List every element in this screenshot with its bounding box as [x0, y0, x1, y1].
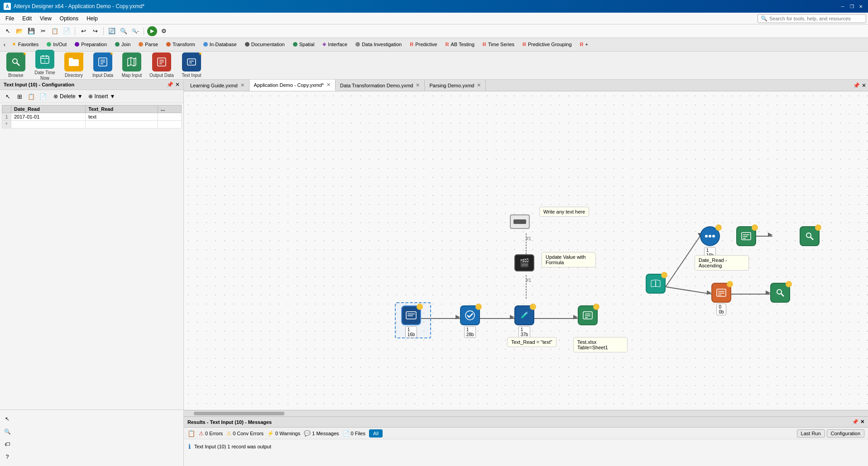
- menu-bar: File Edit View Options Help 🔍: [0, 13, 868, 24]
- node-filter1[interactable]: ⚡ 128b: [460, 305, 480, 338]
- lp-tool-select[interactable]: ↖: [3, 91, 13, 101]
- cell-textread-1[interactable]: text: [86, 113, 158, 121]
- search-input[interactable]: [769, 16, 863, 21]
- node-textwidget[interactable]: [510, 214, 530, 229]
- sidebar-help-icon[interactable]: ?: [2, 452, 13, 462]
- sidebar-tag-icon[interactable]: 🏷: [2, 439, 13, 450]
- tab-timeseries[interactable]: R Time Series: [479, 38, 518, 51]
- lp-tool-paste[interactable]: 📄: [38, 91, 48, 101]
- tab-join[interactable]: Join: [111, 38, 134, 51]
- cell-dateread-1[interactable]: 2017-01-01: [11, 113, 86, 121]
- tool-outputdata[interactable]: Output Data: [149, 52, 174, 78]
- tab-parsing[interactable]: Parsing Demo.yxmd ✕: [425, 80, 486, 91]
- openbook-lightning-icon: ⚡: [661, 272, 667, 278]
- toolbar-paste[interactable]: 📄: [62, 26, 72, 36]
- tab-preparation[interactable]: Preparation: [71, 38, 110, 51]
- tab-add[interactable]: R +: [576, 38, 592, 51]
- tool-browse[interactable]: ★ Browse: [5, 52, 27, 78]
- node-clapper[interactable]: 🎬: [514, 254, 534, 271]
- tab-predictive[interactable]: R Predictive: [406, 38, 441, 51]
- tab-spatial[interactable]: Spatial: [289, 38, 318, 51]
- tab-indatabase[interactable]: In-Database: [200, 38, 240, 51]
- configuration-button[interactable]: Configuration: [827, 429, 864, 437]
- toolbar-undo[interactable]: ↩: [78, 26, 88, 36]
- palette-left-arrow[interactable]: ‹: [2, 38, 7, 51]
- panel-pin-icon[interactable]: 📌: [167, 81, 173, 88]
- table-row[interactable]: 1 2017-01-01 text: [2, 113, 182, 121]
- menu-options[interactable]: Options: [56, 14, 82, 23]
- lp-tool-copy[interactable]: 📋: [26, 91, 36, 101]
- node-output1[interactable]: ⚡: [578, 305, 598, 325]
- menu-edit[interactable]: Edit: [19, 14, 35, 23]
- output1-icon: ⚡: [578, 305, 598, 325]
- tab-interface[interactable]: ◆ Interface: [319, 38, 351, 51]
- canvas-scrollbar[interactable]: [184, 410, 868, 416]
- last-run-button[interactable]: Last Run: [797, 429, 825, 437]
- node-sort1[interactable]: ⚡: [736, 226, 756, 246]
- tab-datatransform-close[interactable]: ✕: [416, 82, 420, 88]
- tool-datetime[interactable]: 1 Date TimeNow: [34, 50, 56, 81]
- restore-button[interactable]: ❐: [848, 3, 855, 10]
- tab-abtesting[interactable]: R AB Testing: [441, 38, 478, 51]
- toolbar-cut[interactable]: ✂: [38, 26, 48, 36]
- tab-appdemo[interactable]: Application Demo - Copy.yxmd* ✕: [249, 80, 336, 91]
- tab-close-all-icon[interactable]: ✕: [862, 82, 866, 89]
- toolbar-copy[interactable]: 📋: [50, 26, 60, 36]
- insert-dropdown-icon[interactable]: ▼: [110, 93, 115, 100]
- tab-documentation[interactable]: Documentation: [241, 38, 288, 51]
- tab-parse[interactable]: Parse: [135, 38, 162, 51]
- table-row-new[interactable]: *: [2, 121, 182, 128]
- node-browse1[interactable]: ⚡: [800, 226, 820, 246]
- tab-pin-icon[interactable]: 📌: [853, 82, 860, 89]
- results-close-icon[interactable]: ✕: [860, 419, 864, 425]
- filter-all-button[interactable]: All: [369, 429, 383, 437]
- toolbar-schedule[interactable]: ⚙: [159, 26, 169, 36]
- toolbar-pointer[interactable]: ↖: [3, 26, 13, 36]
- toolbar-sep2: [103, 27, 104, 35]
- cell-dateread-new[interactable]: [11, 121, 86, 128]
- tab-learningguide[interactable]: Learning Guide.yxmd ✕: [186, 80, 249, 91]
- svg-line-59: [810, 237, 813, 240]
- toolbar-zoom-out[interactable]: 🔍-: [130, 26, 140, 36]
- node-formula1[interactable]: 🧪 ⚡ 137b: [514, 305, 534, 338]
- tool-textinput[interactable]: ★ Text Input: [180, 52, 203, 78]
- menu-help[interactable]: Help: [83, 14, 101, 23]
- node-outdata1[interactable]: ⚡ 00b: [711, 283, 731, 315]
- tab-parsing-close[interactable]: ✕: [477, 82, 481, 88]
- toolbar-save[interactable]: 💾: [26, 26, 36, 36]
- delete-dropdown-icon[interactable]: ▼: [77, 93, 83, 100]
- node-textinput1[interactable]: ⚡ 116b: [401, 305, 421, 338]
- stat-errors: ⚠ 0 Errors: [199, 430, 223, 437]
- tab-appdemo-close[interactable]: ✕: [326, 82, 331, 88]
- cell-textread-new[interactable]: [86, 121, 158, 128]
- minimize-button[interactable]: ─: [839, 3, 846, 10]
- canvas[interactable]: ⚡ 116b ⚡ 128b 🧪: [184, 91, 868, 410]
- node-browse2[interactable]: ⚡: [770, 283, 790, 303]
- panel-close-icon[interactable]: ✕: [175, 81, 180, 88]
- tool-mapinput[interactable]: Map Input: [120, 52, 143, 78]
- scroll-thumb[interactable]: [194, 412, 284, 415]
- sidebar-pointer-icon[interactable]: ↖: [2, 414, 13, 424]
- close-button[interactable]: ✕: [857, 3, 864, 10]
- results-pin-icon[interactable]: 📌: [852, 419, 858, 425]
- toolbar-refresh[interactable]: 🔄: [107, 26, 117, 36]
- tool-inputdata[interactable]: ★ Input Data: [91, 52, 114, 78]
- toolbar-redo[interactable]: ↪: [90, 26, 100, 36]
- toolbar-zoom-in[interactable]: 🔍: [119, 26, 129, 36]
- tab-predictivegrouping[interactable]: R Predictive Grouping: [519, 38, 575, 51]
- run-button[interactable]: ▶: [147, 26, 157, 36]
- node-openbook[interactable]: ⚡: [646, 274, 666, 294]
- tab-transform[interactable]: Transform: [163, 38, 199, 51]
- menu-file[interactable]: File: [2, 14, 18, 23]
- tab-datatransform[interactable]: Data Transformation Demo.yxmd ✕: [336, 80, 425, 91]
- tab-inout[interactable]: In/Out: [43, 38, 70, 51]
- node-join1[interactable]: ⚡ 116b: [700, 226, 720, 259]
- toolbar-open[interactable]: 📂: [14, 26, 24, 36]
- tab-datainvestigation[interactable]: Data Investigation: [352, 38, 405, 51]
- lp-tool-grid[interactable]: ⊞: [14, 91, 24, 101]
- tab-favorites[interactable]: ★ Favorites: [8, 38, 42, 51]
- sidebar-search-icon[interactable]: 🔍: [2, 426, 13, 437]
- tab-learningguide-close[interactable]: ✕: [240, 82, 245, 88]
- tool-directory[interactable]: ★ Directory: [62, 52, 85, 78]
- menu-view[interactable]: View: [36, 14, 55, 23]
